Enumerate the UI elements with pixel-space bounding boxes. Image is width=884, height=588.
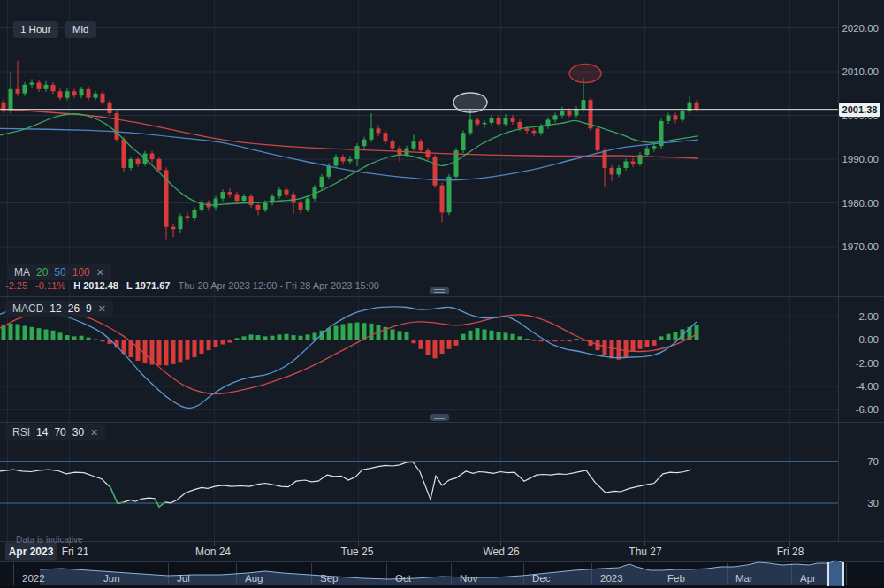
macd-axis-label: -4.00 (856, 381, 879, 392)
macd-bar (575, 339, 579, 340)
macd-bar (638, 340, 643, 349)
candle (377, 125, 381, 136)
candle (171, 224, 176, 237)
ma-period-100[interactable]: 100 (72, 266, 90, 279)
candle-body (278, 190, 282, 196)
ma-period-20[interactable]: 20 (36, 266, 48, 279)
candle-body (122, 140, 126, 168)
candle-body (539, 126, 544, 133)
macd-bar (9, 324, 13, 340)
candle (504, 114, 508, 126)
macd-bar (476, 328, 480, 340)
time-axis-label[interactable]: Thu 27 (629, 546, 662, 558)
macd-bar (518, 336, 522, 340)
panel-resize-handle[interactable] (430, 414, 449, 421)
price-type-button[interactable]: Mid (65, 21, 96, 38)
macd-bar (58, 332, 63, 340)
navigator-month-label: 2023 (600, 573, 623, 584)
data-indicative-note: Data is indicative (16, 535, 83, 545)
ma-indicator-legend: MA2050100✕ (7, 264, 111, 280)
navigator-selection-right-handle[interactable] (842, 562, 844, 586)
candle-body (292, 195, 296, 203)
candle-body (568, 111, 572, 116)
candle (589, 97, 593, 131)
candle (72, 88, 77, 98)
time-axis-label[interactable]: Fri 21 (62, 546, 89, 558)
candle-body (72, 91, 77, 95)
time-axis-label[interactable]: Fri 28 (777, 546, 804, 558)
macd-bar (72, 336, 77, 340)
macd-bar (659, 336, 664, 340)
macd-close-icon[interactable]: ✕ (98, 303, 106, 314)
macd-bar (44, 329, 49, 340)
candle-body (193, 210, 197, 218)
macd-param-fast[interactable]: 12 (50, 302, 61, 315)
candle (150, 151, 155, 163)
candle (695, 100, 699, 112)
candle (129, 157, 133, 171)
candle-body (476, 119, 480, 124)
macd-bar (553, 340, 558, 341)
candle (440, 183, 445, 223)
candle-body (518, 122, 522, 128)
candle (624, 159, 629, 171)
navigator-selection-left-handle[interactable] (827, 562, 829, 586)
time-axis-label[interactable]: Apr 2023 (9, 546, 54, 558)
rsi-close-icon[interactable]: ✕ (90, 427, 98, 438)
candle (2, 100, 6, 114)
candle-body (532, 131, 537, 133)
gray-ellipse-annotation[interactable] (453, 93, 487, 112)
navigator-month-label: Dec (532, 573, 551, 584)
candle-body (58, 91, 63, 97)
macd-bar (504, 332, 508, 340)
macd-bar (469, 331, 473, 340)
candle-body (362, 140, 367, 146)
rsi-param-upper[interactable]: 70 (54, 426, 65, 439)
candle-body (136, 159, 141, 164)
ma-period-50[interactable]: 50 (54, 266, 65, 279)
macd-bar (263, 336, 268, 340)
candle-body (37, 82, 42, 88)
macd-bar (136, 340, 141, 361)
candle (221, 189, 225, 201)
rsi-oversold-segment (110, 487, 118, 503)
macd-bar (525, 339, 530, 340)
timeframe-button[interactable]: 1 Hour (13, 21, 58, 38)
candle (476, 117, 480, 126)
candle (278, 187, 282, 199)
candle-body (419, 141, 423, 150)
candle (136, 157, 141, 167)
macd-bar (454, 340, 459, 346)
rsi-oversold-segments (110, 487, 165, 507)
macd-bar (695, 325, 699, 340)
time-axis-label[interactable]: Tue 25 (341, 546, 374, 558)
navigator-selection-window[interactable] (828, 562, 843, 586)
time-axis-label[interactable]: Mon 24 (195, 546, 231, 558)
navigator-month-label: Jun (103, 573, 120, 584)
red-ellipse-annotation[interactable] (569, 65, 601, 83)
candle (256, 202, 261, 215)
macd-bar (271, 336, 275, 340)
macd-bar (37, 328, 42, 340)
price-axis-label: 1980.00 (842, 198, 879, 209)
macd-bar (179, 340, 183, 362)
ma-close-icon[interactable]: ✕ (96, 267, 104, 278)
macd-param-signal[interactable]: 9 (86, 302, 92, 315)
candle-body (228, 192, 232, 194)
macd-bar (207, 340, 211, 350)
chart-toolbar: 1 Hour Mid (13, 20, 100, 38)
time-axis-label[interactable]: Wed 26 (483, 546, 519, 558)
candle-body (667, 116, 671, 121)
panel-resize-handle[interactable] (430, 287, 449, 294)
candle-body (377, 128, 381, 133)
candle-body (582, 100, 586, 109)
macd-axis-label: -6.00 (856, 404, 879, 415)
candle-body (87, 89, 91, 98)
navigator-month-label: Oct (395, 573, 412, 584)
macd-param-slow[interactable]: 26 (68, 302, 80, 315)
rsi-param-lower[interactable]: 30 (72, 426, 84, 439)
macd-bar (348, 323, 353, 340)
candle (617, 165, 621, 177)
rsi-oversold-segment (155, 499, 159, 507)
rsi-param-period[interactable]: 14 (36, 426, 48, 439)
